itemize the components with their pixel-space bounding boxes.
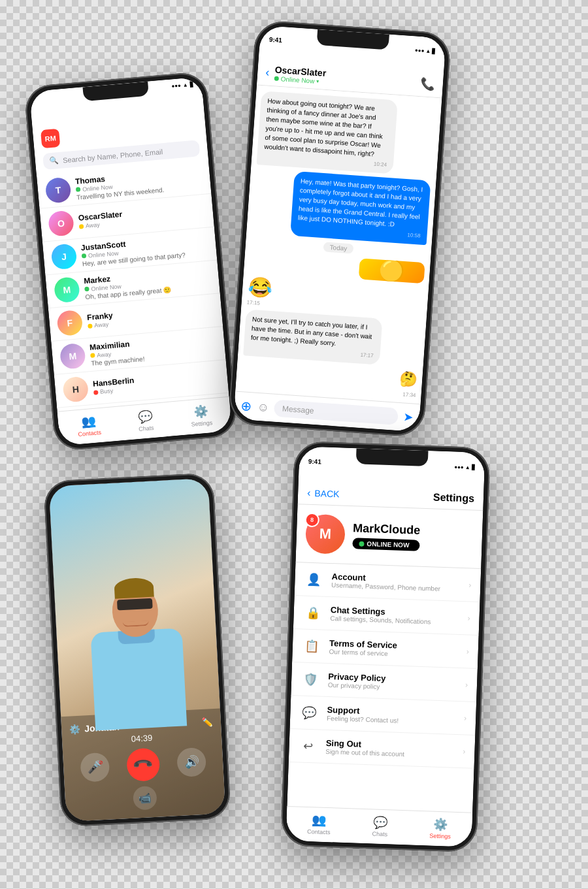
speaker-icon: 🔊 <box>184 754 199 769</box>
avatar-initials: M <box>319 525 331 543</box>
status-icons: ●●●▲▊ <box>415 47 436 54</box>
end-call-icon: 📞 <box>132 753 155 776</box>
chevron-right-icon: › <box>463 747 465 756</box>
emoji-message: 😂 <box>247 275 272 299</box>
avatar: T <box>45 177 72 204</box>
settings-title: Settings <box>433 491 475 504</box>
chevron-right-icon: › <box>468 580 471 589</box>
snav-settings[interactable]: ⚙️ Settings <box>429 817 451 840</box>
microphone-muted-icon: 🎤⊘ <box>87 760 102 775</box>
settings-item-signout[interactable]: ↩ Sing Out Sign me out of this account › <box>289 729 476 769</box>
settings-bottom-nav: 👥 Contacts 💬 Chats ⚙️ Settings <box>286 806 473 847</box>
nav-settings[interactable]: ⚙️ Settings <box>189 404 212 428</box>
video-call-screen: ⚙️ Jonatan ✏️ 04:39 🎤⊘ 📞 🔊 <box>49 478 226 822</box>
emoji-button[interactable]: ☺ <box>257 400 270 414</box>
chats-icon: 💬 <box>373 815 388 830</box>
contact-info: Maximilian Away The gym machine! <box>90 332 218 367</box>
account-icon: 👤 <box>304 570 324 590</box>
search-icon: 🔍 <box>50 156 59 165</box>
contact-info: JustanScott Online Now Hey, are we still… <box>80 232 208 267</box>
settings-item-text: Sing Out Sign me out of this account <box>325 738 455 760</box>
chat-screen: 9:41 ●●●▲▊ ‹ OscarSlater Online Now ▾ 📞 <box>233 25 446 432</box>
contacts-icon: 👥 <box>312 813 327 828</box>
message-bubble: Not sure yet, I'll try to catch you late… <box>243 309 382 365</box>
settings-item-text: Support Feeling lost? Contact us! <box>327 705 457 726</box>
avatar: F <box>56 310 83 336</box>
avatar: O <box>48 210 74 236</box>
settings-item-text: Terms of Service Our terms of service <box>329 638 459 660</box>
contacts-list: T Thomas Online Now Travelling to NY thi… <box>37 161 229 412</box>
back-button[interactable]: ‹ <box>265 66 270 80</box>
avatar: J <box>50 243 77 270</box>
mute-button[interactable]: 🎤⊘ <box>80 752 110 783</box>
add-attachment-button[interactable]: ⊕ <box>240 398 253 414</box>
settings-user-status: ONLINE NOW <box>352 538 420 551</box>
settings-nav-icon: ⚙️ <box>193 404 209 420</box>
back-button[interactable]: ‹ <box>307 487 311 499</box>
status-time: 9:41 <box>308 458 321 466</box>
phone1-screen: ●●●▲▊ RM 🔍 Search by Name, Phone, Email … <box>29 77 232 446</box>
chevron-down-icon: ▾ <box>316 78 319 84</box>
search-placeholder: Search by Name, Phone, Email <box>63 148 163 164</box>
message-input[interactable]: Message <box>274 400 399 425</box>
settings-list: 👤 Account Username, Password, Phone numb… <box>287 562 481 813</box>
edit-icon[interactable]: ✏️ <box>202 717 214 728</box>
speaker-button[interactable]: 🔊 <box>176 747 206 777</box>
status-time: 9:41 <box>269 36 283 44</box>
message-bubble: Hey, mate! Was that party tonight? Gosh,… <box>290 171 431 246</box>
signout-icon: ↩ <box>298 735 318 756</box>
chat-status-text: Online Now <box>280 75 314 85</box>
chat-messages: How about going out tonight? We are thin… <box>235 86 442 404</box>
video-camera-button[interactable]: 📹 <box>133 786 157 811</box>
settings-header: ‹ BACK Settings <box>298 467 485 511</box>
status-icons: ●●●▲▊ <box>454 464 476 471</box>
settings-username: MarkCloude <box>353 521 421 538</box>
settings-user-info: MarkCloude ONLINE NOW <box>352 521 420 551</box>
settings-avatar: M 8 <box>305 514 346 555</box>
end-call-button[interactable]: 📞 <box>126 747 161 782</box>
snav-chats[interactable]: 💬 Chats <box>372 815 389 837</box>
nav-contacts-label: Contacts <box>78 429 101 438</box>
settings-item-text: Privacy Policy Our privacy policy <box>328 671 458 693</box>
contacts-nav-label: Contacts <box>307 828 331 835</box>
chats-nav-label: Chats <box>372 830 388 837</box>
contacts-nav-icon: 👥 <box>81 414 97 430</box>
emoji-time: 17:15 <box>246 299 260 306</box>
tos-icon: 📋 <box>301 636 321 656</box>
snav-contacts[interactable]: 👥 Contacts <box>307 813 331 835</box>
avatar: M <box>54 276 80 303</box>
phone4-screen: 9:41 ●●●▲▊ ‹ BACK Settings M 8 <box>286 446 485 847</box>
notification-badge: 8 <box>304 513 319 528</box>
chats-nav-icon: 💬 <box>137 409 153 425</box>
send-button[interactable]: ➤ <box>402 410 413 425</box>
message-text: Hey, mate! Was that party tonight? Gosh,… <box>298 178 423 228</box>
contact-info: Thomas Online Now Travelling to NY this … <box>74 166 203 201</box>
chat-settings-icon: 🔒 <box>302 603 323 623</box>
settings-item-text: Chat Settings Call settings, Sounds, Not… <box>330 605 460 626</box>
settings-item-text: Account Username, Password, Phone number <box>331 572 461 593</box>
call-button[interactable]: 📞 <box>420 76 435 91</box>
phone-settings: 9:41 ●●●▲▊ ‹ BACK Settings M 8 <box>280 441 490 852</box>
message-image: 🟡 17:03 <box>359 259 425 283</box>
contact-info: Franky Away <box>87 302 215 330</box>
contact-info: OscarSlater Away <box>78 202 206 231</box>
today-divider: Today <box>323 242 354 254</box>
settings-user-profile: M 8 MarkCloude ONLINE NOW <box>295 504 483 569</box>
back-label[interactable]: BACK <box>314 488 340 499</box>
phone-chat: 9:41 ●●●▲▊ ‹ OscarSlater Online Now ▾ 📞 <box>228 20 452 437</box>
nav-contacts[interactable]: 👥 Contacts <box>76 413 101 438</box>
emoji-time-end: 17:34 <box>402 391 416 398</box>
avatar: H <box>62 376 89 403</box>
message-bubble: How about going out tonight? We are thin… <box>257 91 398 174</box>
settings-icon[interactable]: ⚙️ <box>69 724 81 735</box>
nav-chats-label: Chats <box>139 425 154 432</box>
online-status-text: ONLINE NOW <box>367 540 409 549</box>
settings-screen: 9:41 ●●●▲▊ ‹ BACK Settings M 8 <box>286 446 485 847</box>
phone2-screen: 9:41 ●●●▲▊ ‹ OscarSlater Online Now ▾ 📞 <box>233 25 446 432</box>
contact-info: HansBerlin Busy <box>93 368 221 396</box>
chevron-right-icon: › <box>465 680 468 689</box>
emoji-message-end: 🤔 <box>399 370 417 389</box>
phone-video-call: ⚙️ Jonatan ✏️ 04:39 🎤⊘ 📞 🔊 <box>43 473 231 828</box>
nav-chats[interactable]: 💬 Chats <box>137 409 154 432</box>
phone-contacts: ●●●▲▊ RM 🔍 Search by Name, Phone, Email … <box>24 71 238 451</box>
